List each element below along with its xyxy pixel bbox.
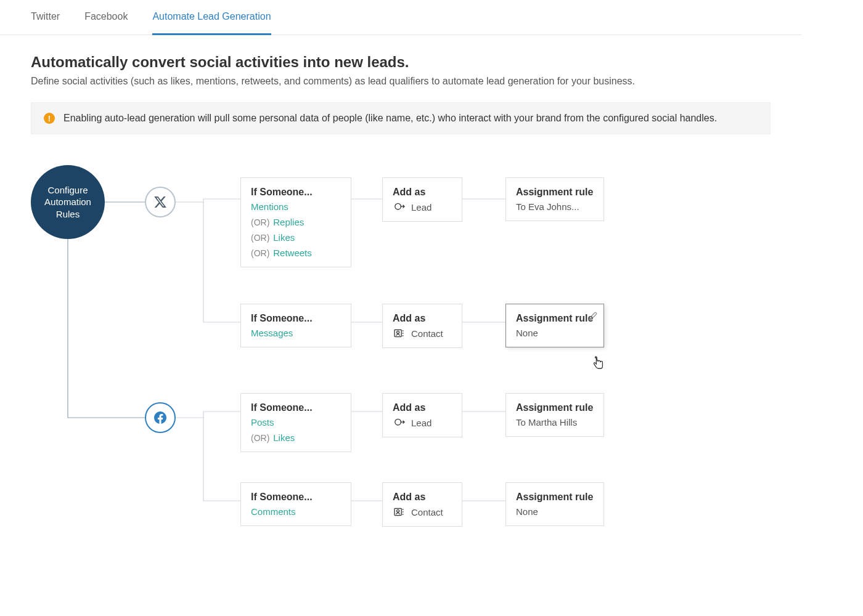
action-mentions: Mentions (251, 201, 341, 212)
card-title: Add as (393, 313, 452, 324)
social-lead-automation-page: Twitter Facebook Automate Lead Generatio… (0, 0, 801, 572)
contact-icon (393, 328, 406, 339)
tab-twitter[interactable]: Twitter (31, 0, 60, 34)
assign-value: None (516, 328, 594, 338)
facebook-node[interactable] (145, 402, 176, 433)
assignment-rule-card-twitter-2[interactable]: Assignment rule None (505, 304, 604, 347)
card-title: Assignment rule (516, 402, 594, 413)
add-as-value: Lead (393, 201, 452, 213)
automation-diagram: Configure Automation Rules If Someone...… (31, 159, 771, 553)
svg-point-0 (395, 203, 401, 209)
assignment-rule-card-facebook-1[interactable]: Assignment rule To Martha Hills (505, 393, 604, 437)
assignment-rule-card-facebook-2[interactable]: Assignment rule None (505, 482, 604, 526)
card-title: Add as (393, 187, 452, 198)
action-messages: Messages (251, 328, 341, 338)
add-as-value: Contact (393, 328, 452, 339)
if-someone-card-twitter-1[interactable]: If Someone... Mentions (OR) Replies (OR)… (240, 177, 351, 267)
card-title: If Someone... (251, 313, 341, 324)
warning-text: Enabling auto-lead generation will pull … (63, 113, 717, 124)
main-circle-label: Configure Automation Rules (37, 184, 99, 221)
page-subtitle: Define social activities (such as likes,… (31, 76, 771, 87)
page-content: Automatically convert social activities … (0, 35, 801, 572)
card-title: Add as (393, 492, 452, 503)
cursor-pointer-icon (592, 356, 605, 373)
action-posts: Posts (251, 417, 341, 428)
action-likes: Likes (273, 432, 295, 443)
card-title: Assignment rule (516, 492, 594, 503)
tab-automate-lead-generation[interactable]: Automate Lead Generation (152, 0, 271, 35)
or-line: (OR) Retweets (251, 248, 341, 258)
card-title: Add as (393, 402, 452, 413)
card-title: Assignment rule (516, 187, 594, 198)
action-comments: Comments (251, 506, 341, 517)
or-line: (OR) Likes (251, 432, 341, 443)
or-line: (OR) Replies (251, 217, 341, 227)
action-retweets: Retweets (273, 248, 312, 258)
svg-point-3 (395, 419, 401, 425)
if-someone-card-facebook-1[interactable]: If Someone... Posts (OR) Likes (240, 393, 351, 452)
configure-automation-rules-node[interactable]: Configure Automation Rules (31, 165, 105, 239)
twitter-x-node[interactable] (145, 187, 176, 217)
if-someone-card-facebook-2[interactable]: If Someone... Comments (240, 482, 351, 526)
page-title: Automatically convert social activities … (31, 54, 771, 71)
assign-value: None (516, 506, 594, 517)
assign-value: To Eva Johns... (516, 201, 594, 212)
svg-point-2 (397, 331, 399, 333)
warning-banner: ! Enabling auto-lead generation will pul… (31, 102, 771, 134)
assignment-rule-card-twitter-1[interactable]: Assignment rule To Eva Johns... (505, 177, 604, 221)
lead-icon (393, 201, 406, 213)
card-title: If Someone... (251, 492, 341, 503)
add-as-card-facebook-2[interactable]: Add as Contact (382, 482, 462, 527)
add-as-value: Contact (393, 506, 452, 517)
tab-facebook[interactable]: Facebook (84, 0, 128, 34)
card-title: If Someone... (251, 187, 341, 198)
facebook-icon (153, 410, 168, 425)
or-line: (OR) Likes (251, 232, 341, 243)
add-as-card-facebook-1[interactable]: Add as Lead (382, 393, 462, 437)
add-as-card-twitter-2[interactable]: Add as Contact (382, 304, 462, 348)
warning-icon: ! (44, 113, 55, 124)
contact-icon (393, 506, 406, 517)
card-title: If Someone... (251, 402, 341, 413)
x-icon (153, 195, 167, 209)
add-as-value: Lead (393, 417, 452, 428)
action-likes: Likes (273, 232, 295, 243)
if-someone-card-twitter-2[interactable]: If Someone... Messages (240, 304, 351, 347)
svg-point-5 (397, 509, 399, 512)
add-as-card-twitter-1[interactable]: Add as Lead (382, 177, 462, 222)
card-title: Assignment rule (516, 313, 594, 324)
action-replies: Replies (273, 217, 304, 227)
lead-icon (393, 417, 406, 428)
edit-icon[interactable] (588, 312, 597, 323)
tabs: Twitter Facebook Automate Lead Generatio… (0, 0, 801, 35)
assign-value: To Martha Hills (516, 417, 594, 428)
